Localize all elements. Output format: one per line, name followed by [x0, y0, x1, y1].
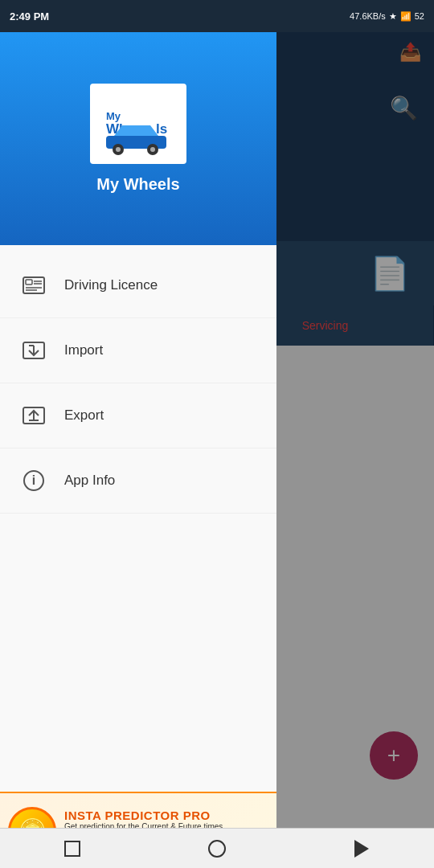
signal-icon: 📶: [400, 11, 411, 22]
ad-title: INSTA PREDICTOR PRO: [64, 809, 268, 822]
home-icon: [208, 840, 226, 858]
import-icon: [19, 336, 48, 365]
menu-item-driving-licence[interactable]: Driving Licence: [0, 253, 276, 318]
main-container: 📤 🔍 📄 ...tion Servicing + Add +: [0, 32, 434, 868]
svg-text:My: My: [106, 110, 121, 122]
time: 2:49 PM: [10, 10, 49, 23]
app-info-icon: i: [19, 466, 48, 495]
bottom-nav: [0, 828, 434, 868]
import-label: Import: [64, 342, 103, 358]
svg-text:ls: ls: [156, 121, 167, 137]
navigation-drawer: My Wh ee ls My Wheels: [0, 32, 276, 868]
svg-text:i: i: [32, 473, 35, 487]
nav-back-button[interactable]: [346, 833, 378, 865]
status-bar: 2:49 PM 47.6KB/s ★ 📶 52: [0, 0, 434, 32]
nav-stop-button[interactable]: [56, 833, 88, 865]
nav-home-button[interactable]: [201, 833, 233, 865]
menu-item-app-info[interactable]: i App Info: [0, 448, 276, 514]
menu-item-import[interactable]: Import: [0, 318, 276, 383]
stop-icon: [64, 841, 80, 857]
export-label: Export: [64, 407, 104, 424]
battery-label: 52: [415, 11, 424, 21]
drawer-header: My Wh ee ls My Wheels: [0, 32, 276, 245]
svg-point-7: [116, 147, 121, 152]
back-icon: [354, 840, 369, 858]
menu-item-export[interactable]: Export: [0, 383, 276, 448]
network-speed: 47.6KB/s: [350, 11, 386, 21]
drawer-menu: Driving Licence Import: [0, 245, 276, 792]
svg-point-9: [150, 147, 155, 152]
app-name: My Wheels: [96, 175, 179, 194]
export-icon: [19, 401, 48, 430]
driving-licence-label: Driving Licence: [64, 277, 158, 293]
driving-licence-icon: [19, 271, 48, 300]
logo-svg: My Wh ee ls: [98, 92, 178, 156]
app-info-label: App Info: [64, 473, 115, 489]
drawer-overlay[interactable]: [276, 32, 434, 868]
status-icons: 47.6KB/s ★ 📶 52: [350, 11, 424, 22]
svg-rect-11: [26, 280, 32, 285]
app-logo: My Wh ee ls: [90, 84, 186, 164]
bluetooth-icon: ★: [389, 11, 397, 22]
